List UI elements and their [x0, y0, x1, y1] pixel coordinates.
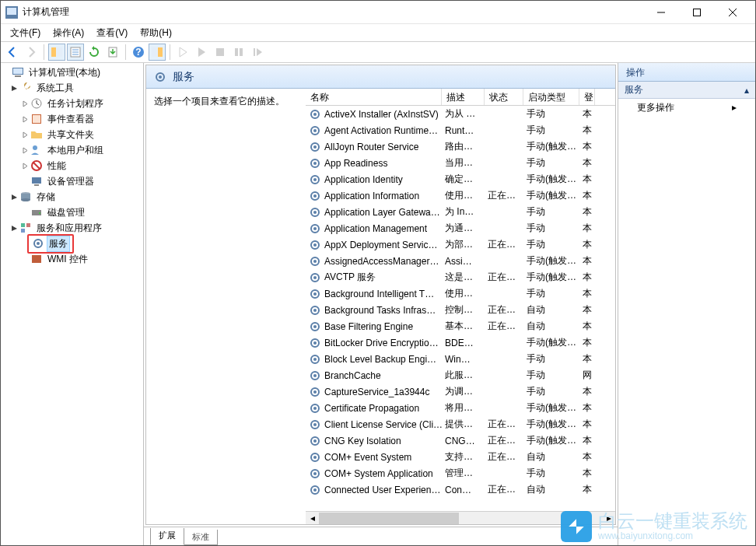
menu-view[interactable]: 查看(V) [90, 25, 134, 40]
minimize-button[interactable] [643, 1, 679, 24]
tree-device-manager[interactable]: 设备管理器 [1, 173, 143, 189]
refresh-button[interactable] [86, 44, 103, 61]
play-button[interactable] [174, 44, 191, 61]
tree-storage[interactable]: 存储 [1, 189, 143, 205]
maximize-button[interactable] [679, 1, 715, 24]
svg-rect-7 [51, 47, 56, 57]
service-row[interactable]: Client License Service (Cli…提供…正在…手动(触发…… [306, 416, 615, 432]
tree-event-viewer[interactable]: 事件查看器 [1, 111, 143, 127]
service-row[interactable]: COM+ System Application管理…手动本 [306, 465, 615, 481]
service-row[interactable]: CaptureService_1a3944c为调…手动本 [306, 383, 615, 400]
device-icon [30, 175, 43, 187]
service-row[interactable]: COM+ Event System支持…正在…自动本 [306, 449, 615, 465]
close-button[interactable] [715, 1, 751, 24]
tree-services[interactable]: 服务 [1, 236, 143, 251]
service-row[interactable]: Connected User Experien…Con…正在…自动本 [306, 481, 615, 498]
nav-back-button[interactable] [4, 44, 21, 61]
restart-button[interactable] [249, 44, 266, 61]
scroll-thumb[interactable] [319, 513, 459, 524]
service-name: Agent Activation Runtime… [324, 125, 438, 136]
tab-extended[interactable]: 扩展 [150, 528, 184, 545]
service-row[interactable]: Block Level Backup Engi…Win…手动本 [306, 351, 615, 367]
tree-expand-icon[interactable] [19, 100, 30, 107]
service-row[interactable]: Application Layer Gatewa…为 In…手动本 [306, 204, 615, 220]
tree-collapse-icon[interactable] [9, 225, 19, 232]
col-desc[interactable]: 描述 [442, 89, 485, 105]
service-name: BitLocker Drive Encryptio… [324, 338, 439, 348]
service-row[interactable]: Agent Activation Runtime…Runt…手动本 [306, 122, 615, 138]
service-row[interactable]: AppX Deployment Servic…为部…正在…手动本 [306, 236, 615, 253]
tree-collapse-icon[interactable] [9, 85, 19, 92]
show-actions-button[interactable] [149, 44, 166, 61]
pause-button[interactable] [230, 44, 247, 61]
service-row[interactable]: BitLocker Drive Encryptio…BDE…手动(触发…本 [306, 334, 615, 351]
service-row[interactable]: Application Information使用…正在…手动(触发…本 [306, 187, 615, 204]
service-name: Background Tasks Infras… [324, 305, 436, 316]
service-row[interactable]: AssignedAccessManager…Assi…手动(触发…本 [306, 253, 615, 269]
service-row[interactable]: Application Management为通…手动本 [306, 220, 615, 236]
col-logon[interactable]: 登 [579, 89, 595, 105]
service-row[interactable]: App Readiness当用…手动本 [306, 155, 615, 171]
tree-local-users[interactable]: 本地用户和组 [1, 142, 143, 158]
help-button[interactable]: ? [130, 44, 147, 61]
service-logon: 本 [579, 156, 595, 170]
service-desc: 控制… [442, 303, 485, 317]
tree-task-scheduler[interactable]: 任务计划程序 [1, 96, 143, 111]
gear-icon [309, 141, 321, 153]
service-logon: 本 [579, 173, 595, 186]
tree-panel[interactable]: 计算机管理(本地) 系统工具 任务计划程序 事件查看器 共享文件夹 本地用户和组 [1, 63, 144, 545]
stop-button[interactable] [212, 44, 229, 61]
col-startup[interactable]: 启动类型 [523, 89, 579, 105]
service-row[interactable]: Base Filtering Engine基本…正在…自动本 [306, 318, 615, 334]
service-row[interactable]: AVCTP 服务这是…正在…手动(触发…本 [306, 269, 615, 285]
tree-system-tools[interactable]: 系统工具 [1, 80, 143, 96]
event-icon [30, 113, 43, 125]
svg-rect-16 [152, 47, 157, 57]
tree-shared-folders[interactable]: 共享文件夹 [1, 127, 143, 142]
column-headers[interactable]: 名称 描述 状态 启动类型 登 [306, 89, 615, 106]
collapse-icon[interactable]: ▴ [744, 85, 749, 96]
tree-expand-icon[interactable] [19, 163, 30, 170]
tree-expand-icon[interactable] [19, 147, 30, 154]
service-row[interactable]: AllJoyn Router Service路由…手动(触发…本 [306, 138, 615, 155]
service-desc: 为从 … [442, 107, 485, 121]
gear-icon [309, 353, 321, 366]
folder-icon [30, 128, 43, 141]
svg-rect-20 [240, 48, 243, 56]
menu-bar: 文件(F) 操作(A) 查看(V) 帮助(H) [1, 24, 755, 41]
service-logon: 本 [579, 450, 595, 464]
service-row[interactable]: Application Identity确定…手动(触发…本 [306, 171, 615, 187]
service-desc: 当用… [442, 156, 485, 170]
col-name[interactable]: 名称 [306, 89, 442, 105]
tab-standard[interactable]: 标准 [184, 530, 218, 545]
show-tree-button[interactable] [48, 44, 65, 61]
tree-disk-management[interactable]: 磁盘管理 [1, 205, 143, 220]
service-row[interactable]: CNG Key IsolationCNG…正在…手动(触发…本 [306, 432, 615, 449]
gear-icon [309, 402, 321, 415]
export-button[interactable] [104, 44, 121, 61]
service-row[interactable]: Certificate Propagation将用…手动(触发…本 [306, 400, 615, 416]
service-row[interactable]: Background Tasks Infras…控制…正在…自动本 [306, 302, 615, 318]
service-status: 正在… [485, 418, 523, 431]
properties-button[interactable] [67, 44, 84, 61]
scroll-left-icon[interactable]: ◂ [306, 512, 319, 525]
menu-file[interactable]: 文件(F) [4, 25, 47, 40]
tree-expand-icon[interactable] [19, 131, 30, 138]
tree-expand-icon[interactable] [19, 116, 30, 123]
tree-performance[interactable]: 性能 [1, 158, 143, 173]
menu-help[interactable]: 帮助(H) [134, 25, 178, 40]
tree-collapse-icon[interactable] [9, 194, 19, 201]
service-logon: 本 [579, 434, 595, 447]
action-more[interactable]: 更多操作 ▸ [618, 99, 755, 116]
menu-action[interactable]: 操作(A) [47, 25, 90, 40]
service-row[interactable]: Background Intelligent T…使用…手动本 [306, 285, 615, 302]
service-row[interactable]: BranchCache此服…手动网 [306, 367, 615, 383]
tree-wmi[interactable]: WMI 控件 [1, 251, 143, 267]
tree-root[interactable]: 计算机管理(本地) [1, 65, 143, 80]
actions-section-services[interactable]: 服务 ▴ [618, 82, 755, 99]
nav-forward-button[interactable] [23, 44, 40, 61]
services-list[interactable]: 名称 描述 状态 启动类型 登 ActiveX Installer (AxIns… [306, 89, 615, 524]
col-status[interactable]: 状态 [485, 89, 523, 105]
play-solid-button[interactable] [193, 44, 210, 61]
service-row[interactable]: ActiveX Installer (AxInstSV)为从 …手动本 [306, 106, 615, 122]
